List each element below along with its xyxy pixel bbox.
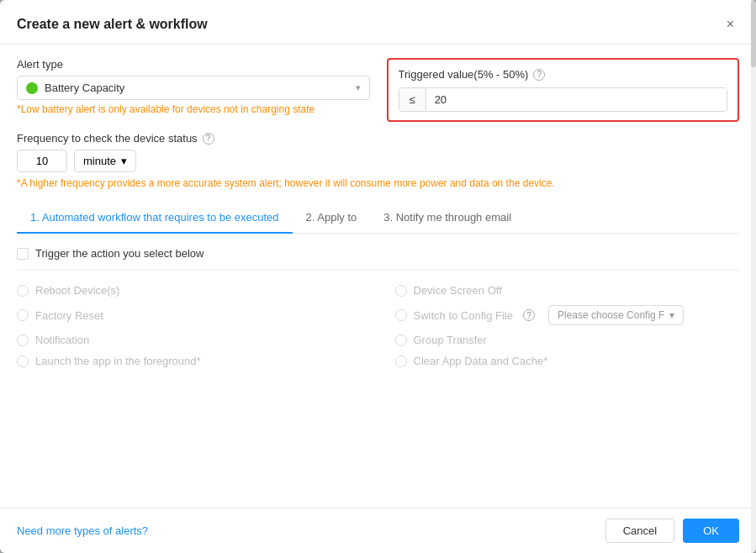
alert-type-value: Battery Capacity xyxy=(45,82,356,94)
radio-factory[interactable] xyxy=(17,309,29,321)
action-reboot-label: Reboot Device(s) xyxy=(35,284,119,297)
scrollbar-thumb[interactable] xyxy=(751,0,756,67)
radio-group-transfer[interactable] xyxy=(395,334,407,346)
frequency-unit-value: minute xyxy=(83,155,116,167)
radio-reboot[interactable] xyxy=(17,285,29,297)
action-screen-off: Device Screen Off xyxy=(395,284,740,297)
config-dropdown-placeholder: Please choose Config F xyxy=(558,309,664,321)
action-clear-app: Clear App Data and Cache* xyxy=(395,355,740,367)
cancel-button[interactable]: Cancel xyxy=(605,519,674,543)
chevron-down-icon: ▾ xyxy=(121,155,127,167)
action-clear-app-label: Clear App Data and Cache* xyxy=(414,355,548,367)
alert-type-warning: *Low battery alert is only available for… xyxy=(17,103,370,115)
modal-overlay: Create a new alert & workflow × Alert ty… xyxy=(0,0,756,553)
config-file-dropdown[interactable]: Please choose Config F ▾ xyxy=(548,305,684,325)
radio-screen-off[interactable] xyxy=(395,285,407,297)
footer-buttons: Cancel OK xyxy=(605,519,739,543)
alert-type-select[interactable]: Battery Capacity ▾ xyxy=(17,76,370,100)
trigger-checkbox-label: Trigger the action you select below xyxy=(35,247,204,260)
tabs-header: 1. Automated workflow that requires to b… xyxy=(17,203,739,234)
modal: Create a new alert & workflow × Alert ty… xyxy=(0,0,756,553)
radio-notification[interactable] xyxy=(17,334,29,346)
chevron-down-icon: ▾ xyxy=(356,82,361,93)
alert-type-label: Alert type xyxy=(17,58,370,71)
triggered-section: Triggered value(5% - 50%) ? ≤ xyxy=(387,58,740,122)
frequency-row: minute ▾ xyxy=(17,150,739,172)
action-screen-off-label: Device Screen Off xyxy=(414,284,502,297)
frequency-input[interactable] xyxy=(17,150,67,172)
triggered-value-input[interactable] xyxy=(426,88,727,111)
action-factory: Factory Reset xyxy=(17,305,362,325)
frequency-unit-select[interactable]: minute ▾ xyxy=(74,150,136,172)
alert-type-section: Alert type Battery Capacity ▾ *Low batte… xyxy=(17,58,370,122)
green-dot-icon xyxy=(26,82,38,94)
frequency-label: Frequency to check the device status ? xyxy=(17,132,739,145)
more-alerts-link[interactable]: Need more types of alerts? xyxy=(17,524,148,537)
switch-config-help-icon[interactable]: ? xyxy=(523,309,535,321)
action-launch: Launch the app in the foreground* xyxy=(17,355,362,367)
ok-button[interactable]: OK xyxy=(683,519,739,543)
modal-header: Create a new alert & workflow × xyxy=(0,0,756,45)
triggered-label: Triggered value(5% - 50%) ? xyxy=(399,68,728,81)
frequency-warning: *A higher frequency provides a more accu… xyxy=(17,177,739,189)
radio-clear-app[interactable] xyxy=(395,356,407,367)
action-notification: Notification xyxy=(17,334,362,346)
action-switch-config-label: Switch to Config File xyxy=(414,309,514,322)
modal-body: Alert type Battery Capacity ▾ *Low batte… xyxy=(0,45,756,508)
top-form-row: Alert type Battery Capacity ▾ *Low batte… xyxy=(17,58,739,122)
actions-grid: Reboot Device(s) Device Screen Off Facto… xyxy=(17,281,739,371)
tab-apply-to[interactable]: 2. Apply to xyxy=(293,203,371,234)
trigger-row: Trigger the action you select below xyxy=(17,247,739,271)
tab-content: Trigger the action you select below Rebo… xyxy=(17,234,739,384)
radio-switch-config[interactable] xyxy=(395,309,407,321)
frequency-help-icon[interactable]: ? xyxy=(203,133,214,145)
chevron-down-icon: ▾ xyxy=(669,309,674,321)
action-factory-label: Factory Reset xyxy=(35,309,103,322)
modal-title: Create a new alert & workflow xyxy=(17,17,208,32)
action-launch-label: Launch the app in the foreground* xyxy=(35,355,201,367)
tab-automated-workflow[interactable]: 1. Automated workflow that requires to b… xyxy=(17,203,293,234)
tab-notify-email[interactable]: 3. Notify me through email xyxy=(370,203,525,234)
trigger-checkbox[interactable] xyxy=(17,248,29,260)
tabs-section: 1. Automated workflow that requires to b… xyxy=(17,203,739,384)
scrollbar-track xyxy=(751,0,756,553)
frequency-section: Frequency to check the device status ? m… xyxy=(17,132,739,189)
action-group-transfer-label: Group Transfer xyxy=(414,334,487,346)
radio-launch[interactable] xyxy=(17,356,29,367)
triggered-operator: ≤ xyxy=(399,88,426,111)
action-group-transfer: Group Transfer xyxy=(395,334,740,346)
modal-footer: Need more types of alerts? Cancel OK xyxy=(0,508,756,553)
triggered-box: Triggered value(5% - 50%) ? ≤ xyxy=(387,58,740,122)
action-notification-label: Notification xyxy=(35,334,89,346)
close-button[interactable]: × xyxy=(722,15,739,34)
action-reboot: Reboot Device(s) xyxy=(17,284,362,297)
triggered-help-icon[interactable]: ? xyxy=(533,69,545,81)
action-switch-config: Switch to Config File ? Please choose Co… xyxy=(395,305,740,325)
triggered-input-row: ≤ xyxy=(399,87,728,112)
